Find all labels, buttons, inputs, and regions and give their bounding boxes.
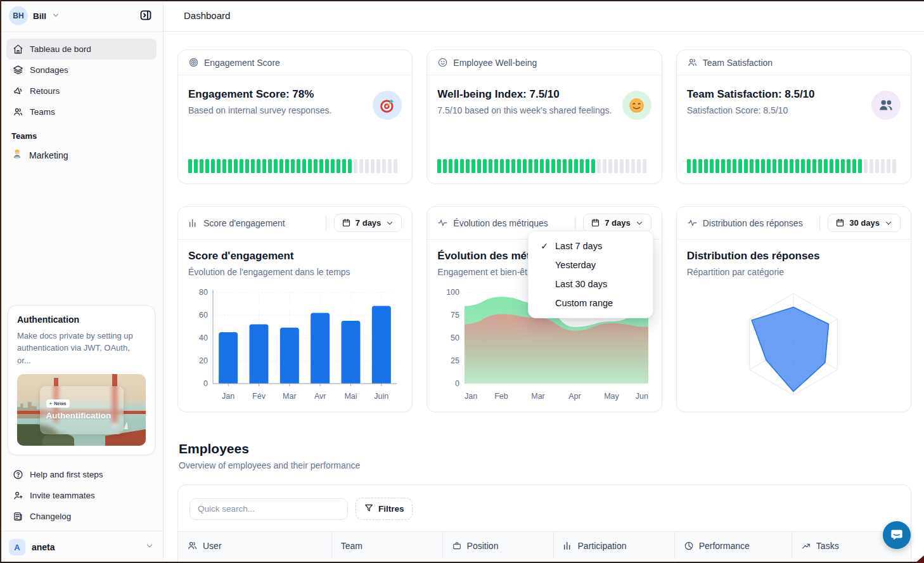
- svg-text:60: 60: [199, 311, 208, 320]
- collapse-sidebar-button[interactable]: [136, 6, 155, 25]
- svg-text:Juin: Juin: [374, 392, 388, 401]
- progress-segment: [325, 159, 329, 173]
- target-icon: [188, 57, 199, 68]
- user-name[interactable]: Bill: [33, 11, 46, 21]
- progress-segment: [721, 159, 725, 173]
- progress-segment: [382, 159, 386, 173]
- svg-text:0: 0: [203, 379, 208, 388]
- progress-segment: [348, 159, 352, 173]
- menu-item-label: Yesterday: [555, 260, 596, 270]
- progress-segment: [371, 159, 375, 173]
- progress-segment: [523, 159, 527, 173]
- chart-subtitle: Évolution de l'engagement dans le temps: [188, 267, 402, 277]
- progress-segment: [489, 159, 492, 173]
- svg-text:75: 75: [451, 311, 459, 320]
- svg-text:Avr: Avr: [314, 392, 326, 401]
- promo-title: Authentication: [17, 314, 146, 325]
- progress-segment: [529, 159, 532, 173]
- progress-segment: [710, 159, 714, 173]
- svg-text:40: 40: [199, 333, 208, 342]
- promo-foliage: [42, 433, 74, 446]
- chevron-down-icon: [635, 219, 644, 228]
- promo-sailboat: [124, 422, 128, 429]
- screen-corner-artifact: [915, 555, 924, 563]
- chevron-down-icon: [145, 541, 154, 553]
- progress-segment: [733, 159, 736, 173]
- avatar[interactable]: BH: [9, 6, 28, 25]
- card-body: Distribution des réponses Répartition pa…: [677, 240, 911, 411]
- progress-segment: [869, 159, 873, 173]
- column-header-user[interactable]: User: [178, 532, 332, 559]
- column-label: Performance: [699, 541, 750, 551]
- svg-text:Fév: Fév: [252, 392, 266, 401]
- date-range-button[interactable]: 7 days: [334, 214, 402, 232]
- progress-segment: [637, 159, 641, 173]
- progress-segment: [365, 159, 369, 173]
- chat-launcher-button[interactable]: [883, 521, 911, 549]
- column-header-team[interactable]: Team: [332, 532, 443, 559]
- workspace-avatar: A: [9, 539, 25, 555]
- sidebar-item-retours[interactable]: Retours: [6, 81, 157, 101]
- column-header-performance[interactable]: Performance: [675, 532, 792, 559]
- progress-segment: [443, 159, 447, 173]
- check-icon: ✓: [539, 241, 550, 251]
- column-header-position[interactable]: Position: [443, 532, 554, 559]
- progress-segment: [331, 159, 335, 173]
- progress-segment: [500, 159, 504, 173]
- progress-segment: [472, 159, 475, 173]
- sidebar-item-label: Changelog: [30, 512, 71, 521]
- sidebar-nav: Tableau de bord Sondages Retours Teams: [0, 32, 163, 122]
- people-icon: [13, 107, 23, 117]
- calendar-icon: [342, 218, 351, 228]
- date-range-button[interactable]: 7 days: [583, 214, 651, 232]
- progress-segment: [687, 159, 691, 173]
- menu-item-last-7-days[interactable]: ✓ Last 7 days: [532, 236, 649, 256]
- sidebar-item-sondages[interactable]: Sondages: [6, 60, 157, 81]
- sidebar-item-invite-teammates[interactable]: Invite teammates: [6, 485, 157, 506]
- sidebar-team-marketing[interactable]: Marketing: [0, 143, 163, 167]
- promo-image-golden-gate[interactable]: +News Authentification: [17, 374, 146, 446]
- sidebar-header: BH Bill: [0, 0, 163, 32]
- search-input[interactable]: [189, 498, 348, 520]
- employees-table-header: UserTeamPositionParticipationPerformance…: [178, 531, 911, 559]
- progress-segment: [376, 159, 380, 173]
- megaphone-icon: [13, 86, 23, 96]
- column-label: Participation: [578, 541, 627, 551]
- progress-segment: [200, 159, 203, 173]
- divider: [575, 216, 575, 230]
- sidebar-item-help-and-first-steps[interactable]: Help and first steps: [6, 464, 157, 485]
- sidebar-item-tableau-de-bord[interactable]: Tableau de bord: [6, 39, 157, 60]
- progress-segment: [835, 159, 839, 173]
- progress-segment: [540, 159, 544, 173]
- card-body: Well-being Index: 7.5/10 7.5/10 based on…: [427, 75, 661, 159]
- progress-bar: [178, 159, 412, 183]
- date-range-label: 7 days: [605, 218, 630, 228]
- filters-button[interactable]: Filtres: [356, 498, 413, 520]
- progress-segment: [449, 159, 452, 173]
- divider: [819, 216, 820, 230]
- progress-segment: [881, 159, 885, 173]
- menu-item-custom-range[interactable]: Custom range: [532, 294, 649, 313]
- progress-segment: [568, 159, 572, 173]
- user-plus-icon: [13, 490, 23, 501]
- activity-icon: [437, 217, 448, 228]
- sidebar-item-label: Help and first steps: [30, 470, 103, 479]
- progress-segment: [773, 159, 776, 173]
- column-header-participation[interactable]: Participation: [554, 532, 675, 559]
- sidebar-item-changelog[interactable]: Changelog: [6, 506, 157, 527]
- date-range-button[interactable]: 30 days: [828, 214, 901, 232]
- progress-segment: [268, 159, 272, 173]
- authentication-promo-card[interactable]: Authentication Make docs private by sett…: [8, 305, 155, 456]
- sidebar-item-teams[interactable]: Teams: [6, 101, 157, 122]
- chevron-down-icon[interactable]: [51, 11, 60, 22]
- progress-segment: [211, 159, 215, 173]
- menu-item-last-30-days[interactable]: Last 30 days: [532, 275, 649, 294]
- progress-segment: [812, 159, 816, 173]
- menu-item-yesterday[interactable]: Yesterday: [532, 256, 649, 275]
- progress-segment: [643, 159, 646, 173]
- employees-title: Employees: [179, 441, 911, 456]
- workspace-switcher[interactable]: A aneta: [0, 531, 163, 563]
- column-label: Position: [467, 541, 499, 551]
- chart-canvas: 020406080JanFévMarAvrMaiJuin: [188, 281, 402, 408]
- progress-segment: [727, 159, 731, 173]
